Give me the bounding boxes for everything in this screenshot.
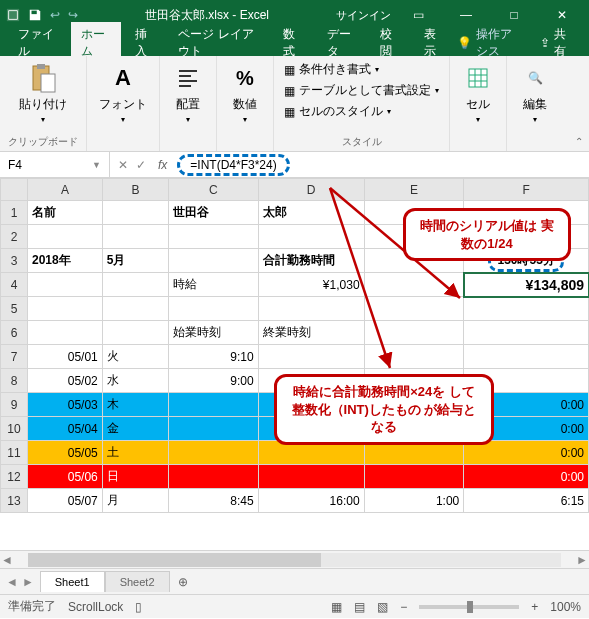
collapse-ribbon-icon[interactable]: ⌃ bbox=[575, 136, 583, 147]
formula-bar[interactable]: =INT(D4*F3*24) bbox=[171, 152, 589, 177]
view-page-break-icon[interactable]: ▧ bbox=[377, 600, 388, 614]
cell[interactable] bbox=[102, 201, 168, 225]
row-header[interactable]: 5 bbox=[1, 297, 28, 321]
cells-button[interactable]: セル ▾ bbox=[458, 60, 498, 126]
cell[interactable]: 8:45 bbox=[169, 489, 258, 513]
number-button[interactable]: % 数値 ▾ bbox=[225, 60, 265, 126]
cell[interactable] bbox=[28, 297, 103, 321]
chevron-down-icon[interactable]: ▼ bbox=[92, 160, 101, 170]
scroll-right-icon[interactable]: ► bbox=[575, 553, 589, 567]
cell[interactable]: 始業時刻 bbox=[169, 321, 258, 345]
sheet-nav-next-icon[interactable]: ► bbox=[22, 575, 34, 589]
cell[interactable]: 05/06 bbox=[28, 465, 103, 489]
editing-button[interactable]: 🔍 編集 ▾ bbox=[515, 60, 555, 126]
cell[interactable]: 9:00 bbox=[169, 369, 258, 393]
format-as-table-button[interactable]: ▦ テーブルとして書式設定▾ bbox=[282, 81, 441, 100]
row-header[interactable]: 1 bbox=[1, 201, 28, 225]
cancel-formula-icon[interactable]: ✕ bbox=[118, 158, 128, 172]
cell[interactable] bbox=[169, 297, 258, 321]
cell[interactable]: 6:15 bbox=[464, 489, 589, 513]
col-header-a[interactable]: A bbox=[28, 179, 103, 201]
cell[interactable] bbox=[102, 225, 168, 249]
zoom-out-button[interactable]: − bbox=[400, 600, 407, 614]
paste-button[interactable]: 貼り付け ▾ bbox=[15, 60, 71, 126]
redo-icon[interactable]: ↪ bbox=[68, 8, 78, 22]
row-header[interactable]: 6 bbox=[1, 321, 28, 345]
enter-formula-icon[interactable]: ✓ bbox=[136, 158, 146, 172]
cell[interactable]: 火 bbox=[102, 345, 168, 369]
tell-me[interactable]: 💡 操作アシス bbox=[457, 26, 522, 60]
row-header[interactable]: 8 bbox=[1, 369, 28, 393]
row-header[interactable]: 2 bbox=[1, 225, 28, 249]
sheet-tab-1[interactable]: Sheet1 bbox=[40, 571, 105, 592]
row-header[interactable]: 4 bbox=[1, 273, 28, 297]
cell[interactable]: 金 bbox=[102, 417, 168, 441]
save-icon[interactable] bbox=[28, 8, 42, 22]
row-header[interactable]: 7 bbox=[1, 345, 28, 369]
fx-icon[interactable]: fx bbox=[154, 158, 171, 172]
col-header-c[interactable]: C bbox=[169, 179, 258, 201]
cell[interactable]: 05/02 bbox=[28, 369, 103, 393]
zoom-slider[interactable] bbox=[419, 605, 519, 609]
zoom-in-button[interactable]: + bbox=[531, 600, 538, 614]
scrollbar-track[interactable] bbox=[28, 553, 561, 567]
cell[interactable]: 05/04 bbox=[28, 417, 103, 441]
alignment-button[interactable]: 配置 ▾ bbox=[168, 60, 208, 126]
zoom-slider-thumb[interactable] bbox=[467, 601, 473, 613]
name-box[interactable]: F4 ▼ bbox=[0, 152, 110, 177]
cell[interactable]: 05/07 bbox=[28, 489, 103, 513]
cell[interactable]: 時給 bbox=[169, 273, 258, 297]
cell[interactable] bbox=[364, 465, 464, 489]
conditional-formatting-button[interactable]: ▦ 条件付き書式▾ bbox=[282, 60, 441, 79]
cell[interactable]: 日 bbox=[102, 465, 168, 489]
scroll-left-icon[interactable]: ◄ bbox=[0, 553, 14, 567]
cell[interactable] bbox=[28, 273, 103, 297]
row-header[interactable]: 13 bbox=[1, 489, 28, 513]
cell[interactable]: 月 bbox=[102, 489, 168, 513]
cell[interactable] bbox=[28, 225, 103, 249]
row-header[interactable]: 9 bbox=[1, 393, 28, 417]
cell[interactable]: 名前 bbox=[28, 201, 103, 225]
row-header[interactable]: 3 bbox=[1, 249, 28, 273]
cell[interactable]: 1:00 bbox=[364, 489, 464, 513]
zoom-level[interactable]: 100% bbox=[550, 600, 581, 614]
view-normal-icon[interactable]: ▦ bbox=[331, 600, 342, 614]
row-header[interactable]: 12 bbox=[1, 465, 28, 489]
cell-styles-button[interactable]: ▦ セルのスタイル▾ bbox=[282, 102, 441, 121]
cell[interactable]: 水 bbox=[102, 369, 168, 393]
cell[interactable] bbox=[169, 441, 258, 465]
cell[interactable] bbox=[169, 465, 258, 489]
row-header[interactable]: 11 bbox=[1, 441, 28, 465]
cell[interactable]: 16:00 bbox=[258, 489, 364, 513]
autosave-icon[interactable] bbox=[6, 8, 20, 22]
cell[interactable]: 5月 bbox=[102, 249, 168, 273]
cell[interactable]: 05/05 bbox=[28, 441, 103, 465]
cell[interactable] bbox=[102, 273, 168, 297]
sheet-tab-2[interactable]: Sheet2 bbox=[105, 571, 170, 592]
horizontal-scrollbar[interactable]: ◄ ► bbox=[0, 550, 589, 568]
view-page-layout-icon[interactable]: ▤ bbox=[354, 600, 365, 614]
select-all-corner[interactable] bbox=[1, 179, 28, 201]
macro-record-icon[interactable]: ▯ bbox=[135, 600, 142, 614]
cell[interactable]: 9:10 bbox=[169, 345, 258, 369]
signin-label[interactable]: サインイン bbox=[336, 8, 391, 23]
scrollbar-thumb[interactable] bbox=[28, 553, 321, 567]
undo-icon[interactable]: ↩ bbox=[50, 8, 60, 22]
cell[interactable] bbox=[258, 465, 364, 489]
cell[interactable] bbox=[102, 297, 168, 321]
cell[interactable]: 木 bbox=[102, 393, 168, 417]
cell[interactable] bbox=[169, 417, 258, 441]
cell[interactable] bbox=[102, 321, 168, 345]
cell[interactable] bbox=[169, 393, 258, 417]
cell[interactable]: 世田谷 bbox=[169, 201, 258, 225]
cell[interactable] bbox=[28, 321, 103, 345]
cell[interactable]: 2018年 bbox=[28, 249, 103, 273]
cell[interactable] bbox=[169, 249, 258, 273]
sheet-nav-prev-icon[interactable]: ◄ bbox=[6, 575, 18, 589]
cell[interactable]: 05/03 bbox=[28, 393, 103, 417]
worksheet-grid[interactable]: A B C D E F 1 名前 世田谷 太郎 2 3 2018年 5月 合計勤… bbox=[0, 178, 589, 550]
new-sheet-button[interactable]: ⊕ bbox=[170, 575, 196, 589]
cell[interactable]: 05/01 bbox=[28, 345, 103, 369]
cell[interactable]: 土 bbox=[102, 441, 168, 465]
col-header-b[interactable]: B bbox=[102, 179, 168, 201]
